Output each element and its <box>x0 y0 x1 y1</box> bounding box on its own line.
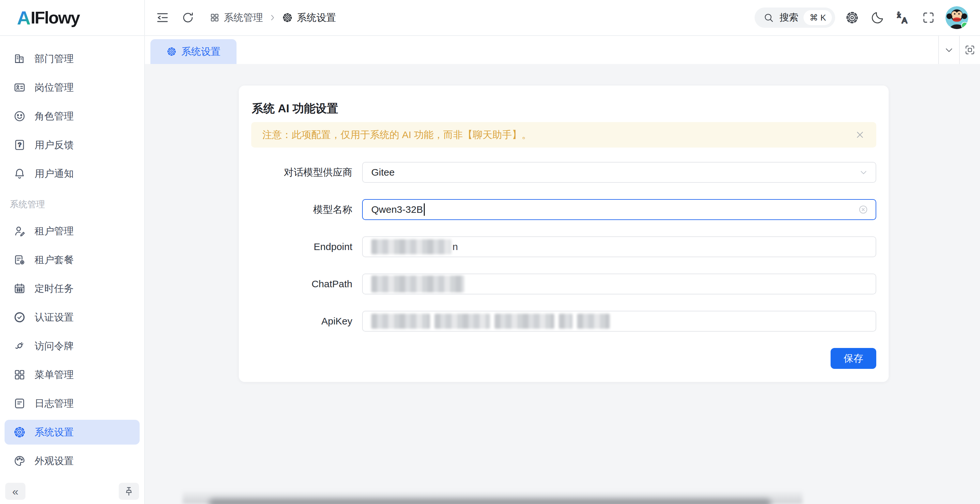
chevrons-left-icon: « <box>13 485 19 498</box>
sidebar-section-label: 系统管理 <box>0 190 144 219</box>
menu-fold-icon <box>155 10 170 25</box>
form-row-chatpath: ChatPath <box>251 274 876 294</box>
bell-icon <box>13 167 26 180</box>
sidebar-pin-button[interactable] <box>119 483 139 500</box>
logo[interactable]: A IFlowy <box>0 0 145 35</box>
settings-button[interactable] <box>844 9 861 26</box>
sidebar-nav: 部门管理 岗位管理 角色管理 用户反馈 用户通知 系统管理 租户管理 租户套餐 <box>0 36 144 480</box>
notice-banner: 注意：此项配置，仅用于系统的 AI 功能，而非【聊天助手】。 <box>251 122 876 148</box>
global-search[interactable]: 搜索 ⌘ K <box>754 8 835 28</box>
gear-icon <box>13 426 26 439</box>
collapse-sidebar-button[interactable] <box>154 9 171 26</box>
sidebar-item-auth[interactable]: 认证设置 <box>5 305 140 330</box>
sidebar-item-menu[interactable]: 菜单管理 <box>5 362 140 387</box>
tab-bar: 系统设置 <box>145 36 980 64</box>
dark-mode-button[interactable] <box>869 9 886 26</box>
refresh-button[interactable] <box>180 9 196 26</box>
plug-icon <box>13 340 26 352</box>
breadcrumb-section[interactable]: 系统管理 <box>210 11 263 24</box>
search-icon <box>763 12 774 23</box>
page-content: 系统 AI 功能设置 注意：此项配置，仅用于系统的 AI 功能，而非【聊天助手】… <box>145 64 980 504</box>
logo-mark: A <box>17 7 30 29</box>
user-edit-icon <box>13 225 26 238</box>
sidebar-item-position[interactable]: 岗位管理 <box>5 75 140 100</box>
breadcrumb-page[interactable]: 系统设置 <box>282 11 336 24</box>
chevron-down-icon <box>859 167 869 177</box>
chevron-down-icon <box>943 45 955 56</box>
tab-bar-spacer <box>237 36 938 64</box>
sidebar-item-department[interactable]: 部门管理 <box>5 46 140 71</box>
main-area: 系统设置 系统 AI 功能设置 注意：此项配置，仅用于系统的 AI 功能，而非【… <box>145 36 980 504</box>
id-card-icon <box>13 81 26 94</box>
gear-icon <box>282 12 293 23</box>
sidebar-item-feedback[interactable]: 用户反馈 <box>5 132 140 157</box>
form-row-apikey: ApiKey <box>251 311 876 332</box>
provider-select[interactable]: Gitee <box>362 162 876 183</box>
search-shortcut: ⌘ K <box>803 10 832 25</box>
content-fullscreen-button[interactable] <box>959 36 980 64</box>
frame-expand-icon <box>964 44 976 56</box>
gear-icon <box>845 10 859 25</box>
fullscreen-icon <box>922 11 935 24</box>
building-icon <box>13 52 26 65</box>
redacted-value <box>371 239 451 254</box>
model-name-input[interactable]: Qwen3-32B <box>362 199 876 220</box>
doc-lines-icon <box>13 397 26 410</box>
form-actions: 保存 <box>251 348 876 369</box>
refresh-icon <box>181 11 195 24</box>
doc-question-icon <box>13 139 26 152</box>
provider-value: Gitee <box>371 167 395 178</box>
sidebar-item-token[interactable]: 访问令牌 <box>5 333 140 359</box>
calendar-icon <box>13 282 26 295</box>
apikey-input[interactable] <box>362 311 876 332</box>
smiley-icon <box>13 110 26 123</box>
sidebar-item-log[interactable]: 日志管理 <box>5 391 140 416</box>
badge-check-icon <box>13 311 26 324</box>
dock-shadow <box>209 499 771 504</box>
apikey-label: ApiKey <box>251 316 352 327</box>
sidebar: 部门管理 岗位管理 角色管理 用户反馈 用户通知 系统管理 租户管理 租户套餐 <box>0 36 145 504</box>
sidebar-item-appearance[interactable]: 外观设置 <box>5 448 140 473</box>
monkey-avatar-image <box>945 6 968 29</box>
model-name-value: Qwen3-32B <box>371 204 423 215</box>
translate-icon <box>896 10 910 25</box>
chatpath-input[interactable] <box>362 274 876 294</box>
tab-system-settings[interactable]: 系统设置 <box>150 39 237 64</box>
sidebar-item-tenant[interactable]: 租户管理 <box>5 219 140 244</box>
search-label: 搜索 <box>780 11 798 24</box>
sidebar-collapse-button[interactable]: « <box>5 483 25 500</box>
user-avatar[interactable] <box>945 6 968 29</box>
sidebar-item-notification[interactable]: 用户通知 <box>5 161 140 186</box>
chatpath-label: ChatPath <box>251 278 352 290</box>
notice-close-button[interactable] <box>855 129 865 140</box>
sidebar-item-role[interactable]: 角色管理 <box>5 104 140 129</box>
tab-options-button[interactable] <box>938 36 959 64</box>
sidebar-footer: « <box>0 480 144 503</box>
doc-package-icon <box>13 253 26 266</box>
card-title: 系统 AI 功能设置 <box>251 101 876 116</box>
grid-icon <box>210 13 220 23</box>
app-header: A IFlowy 系统管理 系统设置 搜索 ⌘ K <box>0 0 980 36</box>
fullscreen-button[interactable] <box>920 9 937 26</box>
pin-icon <box>123 485 135 497</box>
moon-icon <box>871 11 885 24</box>
ai-settings-form: 对话模型供应商 Gitee 模型名称 Qwen3-32B Endpoi <box>251 162 876 369</box>
palette-icon <box>13 455 26 467</box>
save-button[interactable]: 保存 <box>830 348 876 369</box>
notice-text: 注意：此项配置，仅用于系统的 AI 功能，而非【聊天助手】。 <box>262 128 848 142</box>
gear-icon <box>166 46 177 57</box>
sidebar-item-system-settings[interactable]: 系统设置 <box>5 420 140 445</box>
redacted-value <box>371 276 464 292</box>
text-caret <box>424 203 425 216</box>
redacted-value <box>371 314 610 329</box>
logo-text: IFlowy <box>31 8 80 27</box>
form-row-endpoint: Endpoint n <box>251 236 876 257</box>
header-toolbar: 系统管理 系统设置 搜索 ⌘ K <box>145 0 980 35</box>
language-button[interactable] <box>894 9 912 26</box>
clear-input-icon[interactable] <box>858 204 869 215</box>
endpoint-input[interactable]: n <box>362 236 876 257</box>
sidebar-item-cron[interactable]: 定时任务 <box>5 276 140 301</box>
form-row-provider: 对话模型供应商 Gitee <box>251 162 876 183</box>
endpoint-visible-suffix: n <box>452 241 458 252</box>
sidebar-item-tenant-package[interactable]: 租户套餐 <box>5 247 140 272</box>
